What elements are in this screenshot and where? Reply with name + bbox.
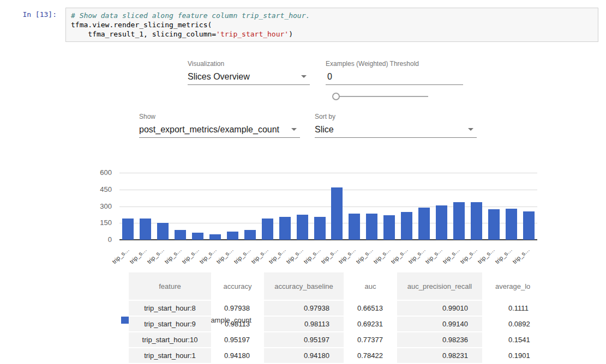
threshold-label: Examples (Weighted) Threshold <box>326 60 463 68</box>
table-cell: 0.98113 <box>211 317 264 331</box>
column-header[interactable]: accuracy <box>211 272 264 300</box>
bar[interactable] <box>506 209 517 240</box>
bar[interactable] <box>488 209 500 240</box>
table-row[interactable]: trip_start_hour:10.941800.941800.784220.… <box>129 348 530 363</box>
show-dropdown[interactable]: Show post_export_metrics/example_count <box>139 113 300 138</box>
chevron-down-icon <box>468 128 473 131</box>
threshold-input[interactable]: 0 <box>326 71 463 85</box>
bar[interactable] <box>209 234 221 240</box>
threshold-slider[interactable] <box>332 92 428 101</box>
x-axis-tick-label: trip_s… <box>98 246 130 277</box>
table-cell: 0.95197 <box>264 332 344 347</box>
table-cell: 0.94180 <box>264 348 344 363</box>
column-header[interactable]: auc_precision_recall <box>397 272 482 300</box>
gridline <box>119 190 537 190</box>
gridline <box>119 173 537 173</box>
chevron-down-icon <box>301 75 307 78</box>
table-cell: trip_start_hour:10 <box>129 332 211 347</box>
sort-by-dropdown[interactable]: Sort by Slice <box>315 113 477 138</box>
table-cell: 0.95197 <box>211 332 264 347</box>
table-cell: 0.98113 <box>264 317 344 331</box>
show-value[interactable]: post_export_metrics/example_count <box>139 124 300 138</box>
bar[interactable] <box>244 230 256 240</box>
table-cell: 0.66513 <box>344 301 397 316</box>
visualization-dropdown[interactable]: Visualization Slices Overview <box>188 60 310 85</box>
bar[interactable] <box>523 211 535 240</box>
show-label: Show <box>139 113 300 120</box>
y-axis-tick-label: 300 <box>87 202 112 210</box>
code-lines: # Show data sliced along feature column … <box>71 11 593 39</box>
table-row[interactable]: trip_start_hour:80.979380.979380.665130.… <box>129 301 530 316</box>
table-cell: 0.98231 <box>397 348 482 363</box>
table-cell: 0.97938 <box>264 301 344 316</box>
chevron-down-icon <box>291 128 297 131</box>
table-cell: trip_start_hour:1 <box>129 348 211 363</box>
visualization-label: Visualization <box>188 60 310 68</box>
table-cell: 0.1541 <box>482 332 530 347</box>
table-cell: 0.94180 <box>211 348 264 363</box>
column-header[interactable]: accuracy_baseline <box>264 272 344 300</box>
bar[interactable] <box>279 217 291 240</box>
bar[interactable] <box>297 215 308 240</box>
bar[interactable] <box>471 202 482 240</box>
code-editor[interactable]: # Show data sliced along feature column … <box>65 8 598 42</box>
bar[interactable] <box>418 208 430 240</box>
bar[interactable] <box>175 230 186 240</box>
table-cell: 0.98236 <box>397 332 482 347</box>
y-axis-tick-label: 600 <box>87 168 112 177</box>
metrics-table: featureaccuracyaccuracy_baselineaucauc_p… <box>129 272 530 364</box>
bar[interactable] <box>192 233 203 240</box>
bar[interactable] <box>349 214 360 240</box>
visualization-value[interactable]: Slices Overview <box>188 71 310 85</box>
table-cell: 0.69231 <box>344 317 397 331</box>
table-header-row: featureaccuracyaccuracy_baselineaucauc_p… <box>129 272 530 300</box>
table-cell: 0.99140 <box>397 317 482 331</box>
threshold-field[interactable]: Examples (Weighted) Threshold 0 <box>326 60 463 85</box>
table-cell: trip_start_hour:9 <box>129 317 211 331</box>
code-line: tfma.view.render_slicing_metrics( <box>71 20 593 29</box>
bar[interactable] <box>366 214 377 240</box>
table-cell: 0.0892 <box>482 317 530 331</box>
cell-prompt: In [13]: <box>0 10 57 19</box>
bar[interactable] <box>157 223 169 240</box>
bar[interactable] <box>401 212 412 240</box>
bar[interactable] <box>122 219 134 240</box>
y-axis-tick-label: 150 <box>87 219 112 227</box>
sort-by-value[interactable]: Slice <box>315 124 477 138</box>
show-selected: post_export_metrics/example_count <box>139 125 279 134</box>
bar[interactable] <box>331 187 343 240</box>
column-header[interactable]: feature <box>129 272 211 300</box>
visualization-selected: Slices Overview <box>188 72 250 81</box>
bar[interactable] <box>140 219 151 240</box>
table-cell: 0.77377 <box>344 332 397 347</box>
bar[interactable] <box>383 215 395 240</box>
code-line: tfma_result_1, slicing_column='trip_star… <box>71 29 593 39</box>
y-axis-tick-label: 0 <box>87 235 112 244</box>
y-axis-tick-label: 450 <box>87 185 112 193</box>
code-line: # Show data sliced along feature column … <box>71 11 593 20</box>
bar[interactable] <box>262 219 273 240</box>
column-header[interactable]: average_los <box>482 272 530 300</box>
bar[interactable] <box>453 202 465 240</box>
notebook-page: In [13]: # Show data sliced along featur… <box>0 0 606 364</box>
table-cell: trip_start_hour:8 <box>129 301 211 316</box>
slider-track[interactable] <box>337 96 428 97</box>
table-cell: 0.1111 <box>482 301 530 316</box>
table-row[interactable]: trip_start_hour:100.951970.951970.773770… <box>129 332 530 347</box>
sort-by-selected: Slice <box>315 125 334 134</box>
table-cell: 0.97938 <box>211 301 264 316</box>
column-header[interactable]: auc <box>344 272 397 300</box>
bar[interactable] <box>227 232 238 240</box>
table-cell: 0.99010 <box>397 301 482 316</box>
sort-by-label: Sort by <box>315 113 477 120</box>
table-row[interactable]: trip_start_hour:90.981130.981130.692310.… <box>129 317 530 331</box>
table-cell: 0.1901 <box>482 348 530 363</box>
slices-bar-chart: post_export_metrics/example_count 600450… <box>0 157 606 262</box>
bar[interactable] <box>314 217 326 240</box>
slider-knob[interactable] <box>332 93 340 100</box>
table-cell: 0.78422 <box>344 348 397 363</box>
bar[interactable] <box>436 205 447 240</box>
